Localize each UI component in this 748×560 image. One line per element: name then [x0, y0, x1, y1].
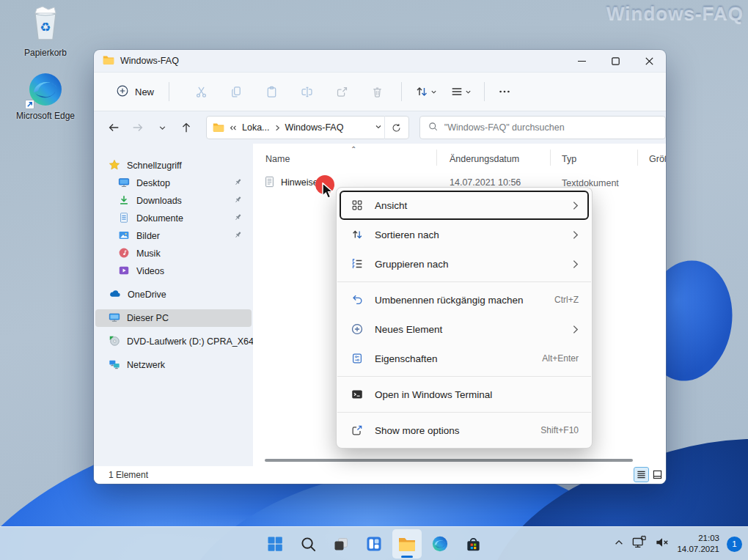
watermark: Windows-FAQ — [606, 2, 744, 25]
tray-chevron-up-icon[interactable] — [614, 537, 624, 550]
sidebar-label: Netzwerk — [127, 360, 165, 370]
menu-item-eigenschaften[interactable]: Eigenschaften Alt+Enter — [340, 344, 589, 373]
edge-button[interactable] — [425, 529, 455, 559]
window-title: Windows-FAQ — [120, 56, 179, 66]
menu-item-label: Eigenschaften — [375, 353, 438, 364]
share-icon[interactable] — [329, 79, 354, 104]
forward-button[interactable] — [128, 118, 147, 137]
sidebar-item-network[interactable]: Netzwerk — [95, 356, 252, 374]
more-options-icon[interactable] — [492, 79, 517, 104]
refresh-button[interactable] — [384, 116, 408, 139]
menu-item-umbenennen-rueckgaengig[interactable]: Umbenennen rückgängig machen Ctrl+Z — [340, 285, 589, 314]
rename-icon[interactable] — [294, 79, 319, 104]
pin-icon — [233, 213, 243, 224]
star-icon — [109, 159, 120, 173]
sidebar-item-pictures[interactable]: Bilder — [95, 227, 252, 245]
plus-circle-icon — [116, 84, 129, 100]
menu-item-sortieren-nach[interactable]: Sortieren nach — [340, 220, 589, 249]
toolbar-divider — [484, 82, 485, 101]
volume-muted-icon[interactable] — [655, 536, 670, 552]
column-divider[interactable] — [436, 150, 437, 166]
breadcrumb-collapse-icon[interactable] — [229, 124, 238, 132]
sidebar-item-desktop[interactable]: Desktop — [95, 174, 252, 192]
monitor-icon — [118, 177, 130, 191]
details-view-button[interactable] — [634, 468, 648, 482]
notification-badge[interactable]: 1 — [727, 537, 742, 552]
close-button[interactable] — [632, 50, 666, 72]
search-button[interactable] — [293, 529, 323, 559]
task-view-button[interactable] — [326, 529, 356, 559]
paste-icon[interactable] — [259, 79, 284, 104]
menu-item-neues-element[interactable]: Neues Element — [340, 314, 589, 344]
delete-icon[interactable] — [364, 79, 389, 104]
menu-item-show-more-options[interactable]: Show more options Shift+F10 — [340, 416, 589, 445]
large-icons-view-button[interactable] — [650, 468, 664, 482]
network-icon — [109, 358, 120, 372]
column-header-size[interactable]: Größe — [649, 154, 666, 164]
breadcrumb-chevron-icon — [274, 124, 281, 132]
menu-shortcut: Ctrl+Z — [554, 295, 579, 305]
sidebar-item-videos[interactable]: Videos — [95, 262, 252, 280]
sort-direction-caret[interactable]: ⌃ — [351, 145, 356, 153]
sidebar-item-downloads[interactable]: Downloads — [95, 192, 252, 210]
sidebar-item-onedrive[interactable]: OneDrive — [95, 286, 252, 303]
breadcrumb-current[interactable]: Windows-FAQ — [285, 122, 344, 133]
back-button[interactable] — [104, 118, 123, 137]
column-divider[interactable] — [550, 150, 551, 166]
clock[interactable]: 21:03 14.07.2021 — [677, 533, 719, 555]
file-explorer-button[interactable] — [392, 529, 422, 559]
up-button[interactable] — [177, 118, 196, 137]
sidebar-item-documents[interactable]: Dokumente — [95, 210, 252, 227]
sidebar-item-quick-access[interactable]: Schnellzugriff — [95, 157, 252, 174]
column-header-date[interactable]: Änderungsdatum — [450, 154, 519, 164]
titlebar[interactable]: Windows-FAQ — [94, 50, 666, 72]
column-header-type[interactable]: Typ — [562, 154, 576, 164]
cut-icon[interactable] — [188, 79, 213, 104]
address-bar[interactable]: Loka... Windows-FAQ — [206, 116, 409, 139]
maximize-button[interactable] — [598, 50, 632, 72]
chevron-down-icon — [430, 85, 437, 98]
cloud-icon — [109, 287, 121, 302]
address-dropdown-chevron[interactable] — [375, 122, 382, 133]
sidebar: Schnellzugriff Desktop Downloads Dokumen… — [94, 144, 253, 466]
tray-time: 21:03 — [677, 533, 719, 544]
breadcrumb-root[interactable]: Loka... — [242, 122, 270, 133]
menu-item-ansicht[interactable]: Ansicht — [340, 191, 589, 220]
menu-separator — [337, 281, 591, 282]
view-icon[interactable] — [444, 79, 477, 104]
file-name: Hinweise — [281, 177, 318, 188]
recent-locations-chevron[interactable] — [153, 118, 172, 137]
desktop-icon-label: Microsoft Edge — [16, 111, 75, 121]
search-box[interactable] — [419, 116, 666, 139]
edge-icon — [26, 70, 65, 108]
minimize-button[interactable] — [565, 50, 598, 72]
horizontal-scrollbar[interactable] — [265, 459, 633, 462]
copy-icon[interactable] — [224, 79, 249, 104]
menu-item-label: Sortieren nach — [375, 229, 439, 240]
desktop-icon-edge[interactable]: Microsoft Edge — [10, 70, 81, 121]
sidebar-label: Videos — [136, 266, 164, 276]
search-input[interactable] — [444, 122, 658, 133]
column-divider[interactable] — [637, 150, 638, 166]
network-display-icon[interactable] — [631, 535, 648, 553]
picture-icon — [118, 229, 130, 243]
dvd-disc-icon — [109, 335, 120, 349]
taskbar: 21:03 14.07.2021 1 — [0, 526, 748, 560]
start-button[interactable] — [260, 529, 290, 559]
pin-icon — [233, 177, 243, 189]
desktop-icon-recycle-bin[interactable]: ♻ Papierkorb — [10, 4, 81, 58]
menu-item-open-windows-terminal[interactable]: Open in Windows Terminal — [340, 380, 589, 409]
sidebar-item-dvd-drive[interactable]: DVD-Laufwerk (D:) CPRA_X64FR — [95, 333, 252, 350]
sidebar-item-this-pc[interactable]: Dieser PC — [95, 309, 252, 327]
column-header-name[interactable]: Name — [265, 154, 290, 164]
plus-circle-icon — [350, 323, 364, 336]
sort-icon[interactable] — [409, 79, 441, 104]
sidebar-label: Desktop — [136, 178, 170, 188]
pin-icon — [233, 195, 243, 207]
new-button[interactable]: New — [109, 80, 161, 104]
sidebar-item-music[interactable]: Musik — [95, 245, 252, 262]
widgets-button[interactable] — [359, 529, 389, 559]
store-button[interactable] — [458, 529, 488, 559]
open-external-icon — [350, 424, 364, 437]
menu-item-gruppieren-nach[interactable]: Gruppieren nach — [340, 249, 589, 279]
